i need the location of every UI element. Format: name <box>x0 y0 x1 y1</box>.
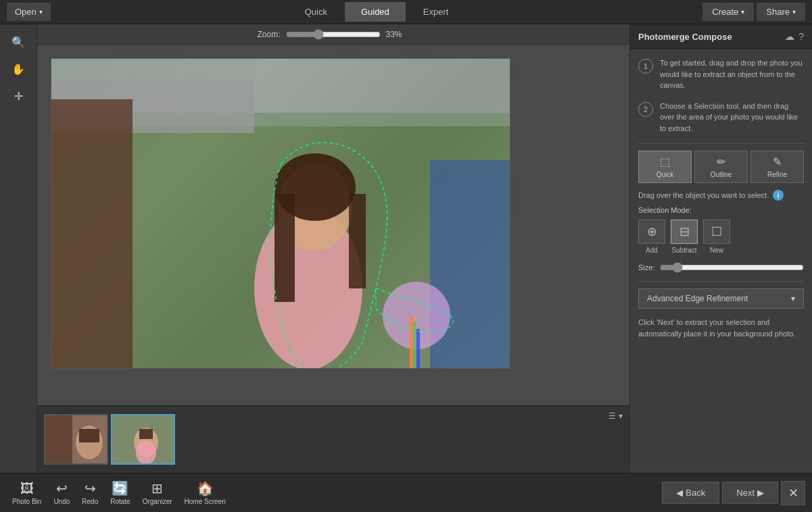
top-bar-right: Create ▾ Share ▾ <box>696 3 812 21</box>
svg-rect-17 <box>79 429 99 442</box>
selection-tool-tabs: ⬚ Quick ✏ Outline ✎ Refine <box>638 151 804 183</box>
size-row: Size: <box>638 262 804 273</box>
panel-help-btn[interactable]: ? <box>798 31 804 42</box>
home-screen-label: Home Screen <box>185 498 226 505</box>
back-btn[interactable]: ◀ Back <box>662 482 719 504</box>
svg-rect-0 <box>51 59 510 126</box>
subtract-icon-box: ⊟ <box>671 220 698 244</box>
size-slider[interactable] <box>660 262 804 273</box>
home-screen-btn[interactable]: 🏠 Home Screen <box>179 478 231 508</box>
share-button[interactable]: Share ▾ <box>757 3 805 21</box>
tab-quick[interactable]: Quick <box>289 2 343 22</box>
undo-label: Undo <box>53 498 70 505</box>
zoom-bar: Zoom: 33% <box>37 24 629 45</box>
rotate-btn[interactable]: 🔄 Rotate <box>105 478 135 508</box>
mode-add[interactable]: ⊕ Add <box>638 220 665 254</box>
share-dropdown-arrow: ▾ <box>792 8 796 16</box>
create-button[interactable]: Create ▾ <box>702 3 754 21</box>
thumbnail-2[interactable] <box>111 414 175 465</box>
filmstrip-toggle-btn[interactable]: ▾ <box>619 411 623 421</box>
thumbnail-1[interactable] <box>44 414 108 465</box>
filmstrip-menu-btn[interactable]: ☰ <box>608 411 616 421</box>
tab-guided[interactable]: Guided <box>345 2 406 22</box>
drag-hint: Drag over the object you want to select.… <box>638 190 804 201</box>
thumb2-svg <box>112 415 175 465</box>
outline-tab-label: Outline <box>711 171 732 178</box>
tab-refine-selection[interactable]: ✎ Refine <box>750 151 804 183</box>
photo-bin-icon: 🖼 <box>20 481 34 496</box>
bottom-left-tools: 🖼 Photo Bin ↩ Undo ↪ Redo 🔄 Rotate ⊞ Org… <box>7 478 231 508</box>
click-next-text: Click 'Next' to extract your selection a… <box>638 317 804 339</box>
tab-quick-selection[interactable]: ⬚ Quick <box>638 151 692 183</box>
svg-rect-12 <box>413 322 416 368</box>
svg-point-7 <box>274 153 356 221</box>
svg-rect-9 <box>349 194 366 288</box>
redo-icon: ↪ <box>85 480 96 496</box>
step-2: 2 Choose a Selection tool, and then drag… <box>638 101 804 134</box>
share-label: Share <box>766 7 790 17</box>
photo-bin-btn[interactable]: 🖼 Photo Bin <box>7 478 47 508</box>
tab-expert[interactable]: Expert <box>407 2 465 22</box>
panel-title: Photomerge Compose <box>638 32 732 42</box>
step-2-text: Choose a Selection tool, and then drag o… <box>660 101 804 134</box>
panel-cloud-btn[interactable]: ☁ <box>785 31 794 42</box>
organizer-btn[interactable]: ⊞ Organizer <box>137 478 178 508</box>
top-bar: Open ▾ Quick Guided Expert Create ▾ Shar… <box>0 0 812 24</box>
undo-icon: ↩ <box>56 480 68 496</box>
back-arrow-icon: ◀ <box>676 488 683 498</box>
svg-point-10 <box>383 282 450 349</box>
quick-tab-label: Quick <box>656 171 674 178</box>
add-label: Add <box>646 247 658 254</box>
undo-btn[interactable]: ↩ Undo <box>48 478 75 508</box>
open-button[interactable]: Open ▾ <box>7 3 51 21</box>
redo-label: Redo <box>82 498 98 505</box>
info-icon[interactable]: i <box>773 190 784 201</box>
tab-outline-selection[interactable]: ✏ Outline <box>694 151 748 183</box>
panel-header-icons: ☁ ? <box>785 31 804 42</box>
filmstrip-controls: ☰ ▾ <box>608 411 623 421</box>
step-1: 1 To get started, drag and drop the phot… <box>638 57 804 91</box>
svg-rect-20 <box>139 429 153 439</box>
step-2-number: 2 <box>638 102 653 117</box>
canvas-bg <box>51 59 510 368</box>
organizer-label: Organizer <box>143 498 172 505</box>
zoom-label: Zoom: <box>257 30 280 39</box>
redo-btn[interactable]: ↪ Redo <box>76 478 103 508</box>
svg-point-5 <box>254 207 362 368</box>
svg-rect-3 <box>51 99 133 368</box>
canvas-area: Zoom: 33% Source <box>37 24 629 473</box>
add-icon-box: ⊕ <box>638 220 665 244</box>
canvas-wrapper: Source <box>37 45 629 405</box>
zoom-tool[interactable]: 🔍 <box>6 30 30 54</box>
left-toolbar: 🔍 ✋ ✛ <box>0 24 37 473</box>
edge-refinement-dropdown[interactable]: Advanced Edge Refinement ▾ <box>638 288 804 309</box>
mode-buttons: ⊕ Add ⊟ Subtract ☐ New <box>638 220 804 254</box>
svg-rect-15 <box>45 415 72 465</box>
rotate-label: Rotate <box>110 498 130 505</box>
new-label: New <box>710 247 723 254</box>
cancel-icon: ✕ <box>788 486 798 501</box>
main-content: 🔍 ✋ ✛ Zoom: 33% Source <box>0 24 812 473</box>
next-btn[interactable]: Next ▶ <box>722 482 778 504</box>
home-screen-icon: 🏠 <box>197 480 214 496</box>
step-1-text: To get started, drag and drop the photo … <box>660 57 804 91</box>
filmstrip: ☰ ▾ <box>37 405 629 473</box>
mode-new[interactable]: ☐ New <box>703 220 730 254</box>
subtract-label: Subtract <box>671 247 696 254</box>
create-dropdown-arrow: ▾ <box>741 8 744 16</box>
mode-subtract[interactable]: ⊟ Subtract <box>671 220 698 254</box>
thumbnail-2-image <box>112 415 174 463</box>
move-tool[interactable]: ✛ <box>6 84 30 108</box>
divider-1 <box>638 143 804 144</box>
drag-hint-text: Drag over the object you want to select. <box>638 191 769 199</box>
canvas-image[interactable] <box>51 58 510 369</box>
svg-rect-2 <box>51 79 254 133</box>
cancel-btn[interactable]: ✕ <box>781 481 805 505</box>
svg-rect-4 <box>430 160 510 368</box>
zoom-slider[interactable] <box>286 29 381 40</box>
svg-rect-8 <box>274 194 295 302</box>
hand-tool[interactable]: ✋ <box>6 57 30 81</box>
svg-rect-11 <box>410 315 413 368</box>
panel-body: 1 To get started, drag and drop the phot… <box>630 49 812 473</box>
divider-2 <box>638 281 804 282</box>
